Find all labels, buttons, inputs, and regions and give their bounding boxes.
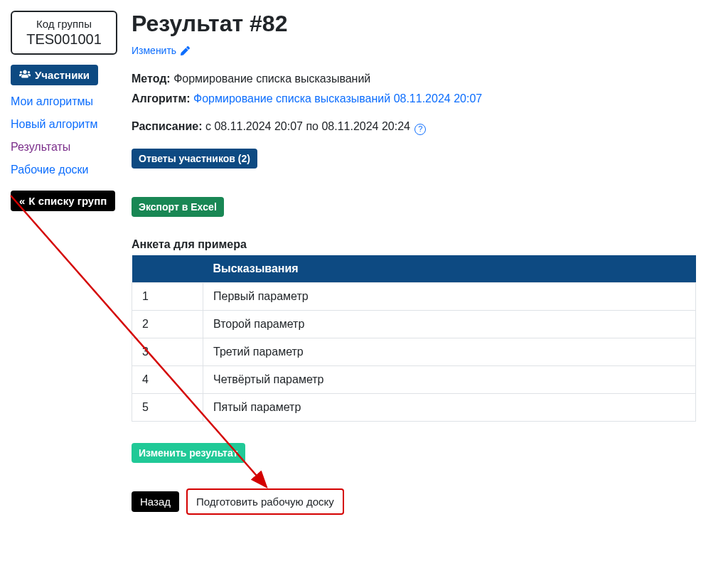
sidebar-item-boards[interactable]: Рабочие доски (11, 164, 89, 176)
schedule-label: Расписание: (132, 120, 202, 132)
sidebar-item-new-algorithm[interactable]: Новый алгоритм (11, 118, 98, 130)
sidebar-item-results[interactable]: Результаты (11, 141, 70, 153)
group-code-box: Код группы TES001001 (11, 11, 117, 55)
chevron-left-double-icon: « (19, 195, 23, 207)
edit-icon (179, 45, 190, 56)
table-cell-text: Пятый параметр (203, 393, 696, 421)
table-row: 2 Второй параметр (132, 310, 696, 338)
table-cell-text: Первый параметр (203, 282, 696, 310)
method-label: Метод: (132, 73, 171, 85)
statements-table: Высказывания 1 Первый параметр 2 Второй … (132, 255, 696, 422)
table-cell-text: Четвёртый параметр (203, 365, 696, 393)
table-row: 5 Пятый параметр (132, 393, 696, 421)
table-cell-num: 5 (132, 393, 203, 421)
table-cell-num: 1 (132, 282, 203, 310)
back-button[interactable]: Назад (132, 491, 179, 512)
back-to-groups-label: К списку групп (28, 195, 107, 207)
sidebar-nav: Мои алгоритмы Новый алгоритм Результаты … (11, 95, 117, 176)
method-value: Формирование списка высказываний (173, 73, 370, 85)
participants-button-label: Участники (35, 69, 90, 81)
group-code-label: Код группы (21, 18, 107, 30)
algorithm-link[interactable]: Формирование списка высказываний 08.11.2… (193, 92, 482, 105)
info-icon[interactable]: ? (414, 124, 426, 135)
table-cell-num: 2 (132, 310, 203, 338)
prepare-board-button[interactable]: Подготовить рабочую доску (186, 488, 344, 515)
table-cell-num: 3 (132, 338, 203, 365)
table-cell-text: Третий параметр (203, 338, 696, 365)
change-result-button[interactable]: Изменить результат (132, 443, 245, 463)
users-icon (19, 69, 31, 81)
back-to-groups-button[interactable]: « К списку групп (11, 191, 115, 211)
export-excel-button[interactable]: Экспорт в Excel (132, 197, 224, 217)
edit-link-label: Изменить (132, 45, 176, 56)
table-title: Анкета для примера (132, 238, 696, 251)
edit-link[interactable]: Изменить (132, 45, 190, 56)
table-row: 3 Третий параметр (132, 338, 696, 365)
group-code-value: TES001001 (21, 31, 107, 48)
page-title: Результат #82 (132, 11, 696, 37)
sidebar-item-my-algorithms[interactable]: Мои алгоритмы (11, 95, 93, 107)
participant-answers-button[interactable]: Ответы участников (2) (132, 149, 257, 169)
table-row: 4 Четвёртый параметр (132, 365, 696, 393)
table-header-statement: Высказывания (203, 255, 696, 283)
schedule-value: с 08.11.2024 20:07 по 08.11.2024 20:24 (205, 120, 410, 132)
table-header-num (132, 255, 203, 283)
participants-button[interactable]: Участники (11, 65, 98, 85)
algorithm-label: Алгоритм: (132, 92, 191, 105)
table-row: 1 Первый параметр (132, 282, 696, 310)
table-cell-text: Второй параметр (203, 310, 696, 338)
table-cell-num: 4 (132, 365, 203, 393)
